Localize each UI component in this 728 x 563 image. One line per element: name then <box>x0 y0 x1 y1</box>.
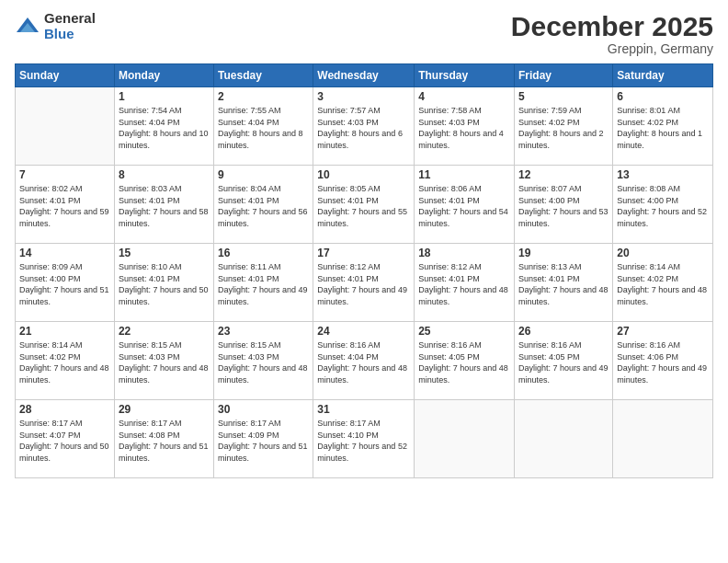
calendar-cell: 30Sunrise: 8:17 AMSunset: 4:09 PMDayligh… <box>214 400 313 478</box>
day-info: Sunrise: 8:14 AMSunset: 4:02 PMDaylight:… <box>617 261 709 307</box>
day-info: Sunrise: 8:17 AMSunset: 4:10 PMDaylight:… <box>317 418 410 464</box>
calendar-cell: 23Sunrise: 8:15 AMSunset: 4:03 PMDayligh… <box>214 322 313 400</box>
header-tuesday: Tuesday <box>214 64 313 87</box>
title-block: December 2025 Greppin, Germany <box>511 11 713 56</box>
day-info: Sunrise: 8:12 AMSunset: 4:01 PMDaylight:… <box>418 261 510 307</box>
calendar-cell: 24Sunrise: 8:16 AMSunset: 4:04 PMDayligh… <box>313 322 415 400</box>
calendar-week-3: 14Sunrise: 8:09 AMSunset: 4:00 PMDayligh… <box>16 244 713 322</box>
day-number: 4 <box>418 90 510 103</box>
day-info: Sunrise: 8:04 AMSunset: 4:01 PMDaylight:… <box>218 183 309 229</box>
logo-icon <box>15 14 40 40</box>
day-number: 10 <box>317 168 410 181</box>
calendar-cell: 14Sunrise: 8:09 AMSunset: 4:00 PMDayligh… <box>16 244 115 322</box>
day-number: 23 <box>218 325 309 338</box>
day-info: Sunrise: 8:13 AMSunset: 4:01 PMDaylight:… <box>518 261 609 307</box>
day-number: 6 <box>617 90 709 103</box>
calendar-cell: 7Sunrise: 8:02 AMSunset: 4:01 PMDaylight… <box>16 166 115 244</box>
page-header: General Blue December 2025 Greppin, Germ… <box>15 11 713 56</box>
day-number: 25 <box>418 325 510 338</box>
location: Greppin, Germany <box>511 41 713 56</box>
calendar-cell: 10Sunrise: 8:05 AMSunset: 4:01 PMDayligh… <box>313 166 415 244</box>
calendar-table: Sunday Monday Tuesday Wednesday Thursday… <box>15 63 713 478</box>
calendar-cell: 3Sunrise: 7:57 AMSunset: 4:03 PMDaylight… <box>313 87 415 166</box>
header-thursday: Thursday <box>415 64 515 87</box>
day-info: Sunrise: 7:54 AMSunset: 4:04 PMDaylight:… <box>119 105 210 151</box>
calendar-cell: 29Sunrise: 8:17 AMSunset: 4:08 PMDayligh… <box>114 400 213 478</box>
day-number: 26 <box>518 325 609 338</box>
day-info: Sunrise: 8:09 AMSunset: 4:00 PMDaylight:… <box>19 261 110 307</box>
day-number: 15 <box>119 247 210 259</box>
day-info: Sunrise: 8:12 AMSunset: 4:01 PMDaylight:… <box>317 261 410 307</box>
calendar-cell: 16Sunrise: 8:11 AMSunset: 4:01 PMDayligh… <box>214 244 313 322</box>
day-info: Sunrise: 7:59 AMSunset: 4:02 PMDaylight:… <box>518 105 609 151</box>
calendar-cell: 21Sunrise: 8:14 AMSunset: 4:02 PMDayligh… <box>16 322 115 400</box>
calendar-week-2: 7Sunrise: 8:02 AMSunset: 4:01 PMDaylight… <box>16 166 713 244</box>
header-wednesday: Wednesday <box>313 64 415 87</box>
day-number: 7 <box>19 168 110 181</box>
calendar-week-4: 21Sunrise: 8:14 AMSunset: 4:02 PMDayligh… <box>16 322 713 400</box>
calendar-cell: 1Sunrise: 7:54 AMSunset: 4:04 PMDaylight… <box>114 87 213 166</box>
calendar-week-5: 28Sunrise: 8:17 AMSunset: 4:07 PMDayligh… <box>16 400 713 478</box>
day-number: 19 <box>518 247 609 259</box>
calendar-cell <box>613 400 713 478</box>
day-number: 17 <box>317 247 410 259</box>
day-number: 3 <box>317 90 410 103</box>
header-sunday: Sunday <box>16 64 115 87</box>
calendar-cell: 22Sunrise: 8:15 AMSunset: 4:03 PMDayligh… <box>114 322 213 400</box>
month-title: December 2025 <box>511 11 713 41</box>
day-info: Sunrise: 8:16 AMSunset: 4:04 PMDaylight:… <box>317 339 410 385</box>
calendar-cell: 18Sunrise: 8:12 AMSunset: 4:01 PMDayligh… <box>415 244 515 322</box>
day-info: Sunrise: 8:16 AMSunset: 4:05 PMDaylight:… <box>418 339 510 385</box>
day-info: Sunrise: 8:16 AMSunset: 4:05 PMDaylight:… <box>518 339 609 385</box>
calendar-cell: 8Sunrise: 8:03 AMSunset: 4:01 PMDaylight… <box>114 166 213 244</box>
calendar-cell: 26Sunrise: 8:16 AMSunset: 4:05 PMDayligh… <box>515 322 613 400</box>
day-number: 11 <box>418 168 510 181</box>
day-number: 13 <box>617 168 709 181</box>
logo-text: General Blue <box>44 11 96 41</box>
day-number: 20 <box>617 247 709 259</box>
calendar-cell: 5Sunrise: 7:59 AMSunset: 4:02 PMDaylight… <box>515 87 613 166</box>
logo-general: General <box>44 11 96 27</box>
header-friday: Friday <box>515 64 613 87</box>
day-number: 16 <box>218 247 309 259</box>
day-info: Sunrise: 8:17 AMSunset: 4:07 PMDaylight:… <box>19 418 110 464</box>
day-info: Sunrise: 8:15 AMSunset: 4:03 PMDaylight:… <box>119 339 210 385</box>
day-number: 30 <box>218 403 309 416</box>
day-info: Sunrise: 8:14 AMSunset: 4:02 PMDaylight:… <box>19 339 110 385</box>
day-number: 24 <box>317 325 410 338</box>
day-number: 9 <box>218 168 309 181</box>
day-number: 27 <box>617 325 709 338</box>
day-info: Sunrise: 8:06 AMSunset: 4:01 PMDaylight:… <box>418 183 510 229</box>
calendar-cell: 4Sunrise: 7:58 AMSunset: 4:03 PMDaylight… <box>415 87 515 166</box>
calendar-page: General Blue December 2025 Greppin, Germ… <box>0 0 728 563</box>
calendar-cell <box>515 400 613 478</box>
header-saturday: Saturday <box>613 64 713 87</box>
day-info: Sunrise: 8:01 AMSunset: 4:02 PMDaylight:… <box>617 105 709 151</box>
calendar-cell: 27Sunrise: 8:16 AMSunset: 4:06 PMDayligh… <box>613 322 713 400</box>
calendar-cell: 19Sunrise: 8:13 AMSunset: 4:01 PMDayligh… <box>515 244 613 322</box>
calendar-cell: 20Sunrise: 8:14 AMSunset: 4:02 PMDayligh… <box>613 244 713 322</box>
day-number: 31 <box>317 403 410 416</box>
calendar-cell: 12Sunrise: 8:07 AMSunset: 4:00 PMDayligh… <box>515 166 613 244</box>
day-info: Sunrise: 8:15 AMSunset: 4:03 PMDaylight:… <box>218 339 309 385</box>
day-info: Sunrise: 8:11 AMSunset: 4:01 PMDaylight:… <box>218 261 309 307</box>
day-info: Sunrise: 8:17 AMSunset: 4:09 PMDaylight:… <box>218 418 309 464</box>
day-number: 5 <box>518 90 609 103</box>
header-monday: Monday <box>114 64 213 87</box>
day-info: Sunrise: 7:55 AMSunset: 4:04 PMDaylight:… <box>218 105 309 151</box>
day-number: 22 <box>119 325 210 338</box>
day-info: Sunrise: 8:16 AMSunset: 4:06 PMDaylight:… <box>617 339 709 385</box>
calendar-cell: 2Sunrise: 7:55 AMSunset: 4:04 PMDaylight… <box>214 87 313 166</box>
day-info: Sunrise: 8:05 AMSunset: 4:01 PMDaylight:… <box>317 183 410 229</box>
logo-blue: Blue <box>44 27 96 42</box>
calendar-cell: 9Sunrise: 8:04 AMSunset: 4:01 PMDaylight… <box>214 166 313 244</box>
day-info: Sunrise: 8:08 AMSunset: 4:00 PMDaylight:… <box>617 183 709 229</box>
calendar-cell: 11Sunrise: 8:06 AMSunset: 4:01 PMDayligh… <box>415 166 515 244</box>
day-info: Sunrise: 8:10 AMSunset: 4:01 PMDaylight:… <box>119 261 210 307</box>
day-info: Sunrise: 8:17 AMSunset: 4:08 PMDaylight:… <box>119 418 210 464</box>
calendar-week-1: 1Sunrise: 7:54 AMSunset: 4:04 PMDaylight… <box>16 87 713 166</box>
calendar-cell: 25Sunrise: 8:16 AMSunset: 4:05 PMDayligh… <box>415 322 515 400</box>
calendar-cell: 17Sunrise: 8:12 AMSunset: 4:01 PMDayligh… <box>313 244 415 322</box>
logo: General Blue <box>15 11 96 41</box>
calendar-cell: 15Sunrise: 8:10 AMSunset: 4:01 PMDayligh… <box>114 244 213 322</box>
